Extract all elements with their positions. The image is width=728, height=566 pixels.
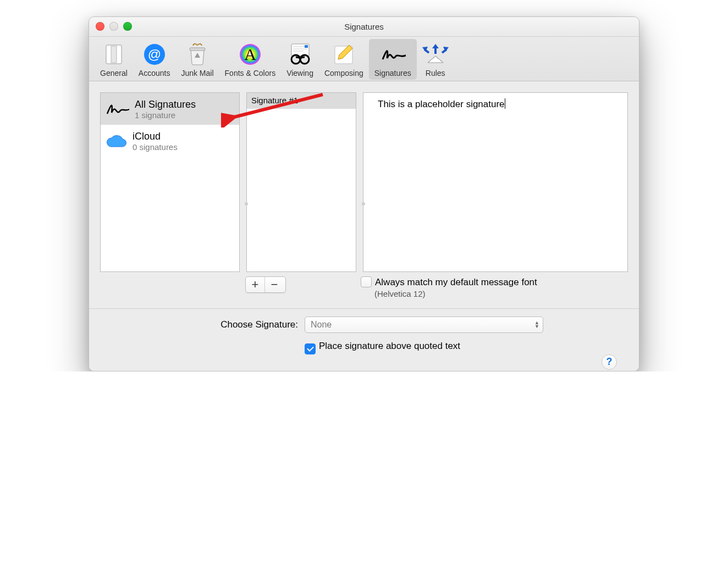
choose-signature-label: Choose Signature: [100, 319, 298, 330]
account-text: All Signatures 1 signature [135, 99, 196, 120]
junk-mail-icon [184, 42, 211, 66]
three-pane-area: All Signatures 1 signature iCloud 0 sign… [100, 92, 628, 272]
window-title: Signatures [344, 22, 384, 31]
toolbar-item-junk-mail[interactable]: Junk Mail [175, 39, 219, 80]
toolbar-label: Composing [324, 69, 363, 77]
toolbar-item-fonts-colors[interactable]: A Fonts & Colors [219, 39, 282, 80]
traffic-lights [96, 22, 132, 31]
titlebar: Signatures [89, 17, 639, 37]
footer-area: Choose Signature: None ▲▼ Place signatur… [100, 317, 628, 363]
match-font-sub: (Helvetica 12) [374, 289, 537, 298]
account-subtitle: 1 signature [135, 110, 196, 120]
account-subtitle: 0 signatures [133, 142, 178, 152]
close-window-button[interactable] [96, 22, 104, 31]
account-icloud[interactable]: iCloud 0 signatures [101, 125, 239, 157]
select-value: None [311, 320, 332, 330]
accounts-column: All Signatures 1 signature iCloud 0 sign… [100, 92, 240, 272]
signature-row[interactable]: Signature #1 [247, 93, 356, 109]
signature-editor[interactable]: This is a placeholder signature [363, 92, 628, 272]
choose-signature-select[interactable]: None ▲▼ [305, 317, 543, 333]
toolbar-label: Fonts & Colors [225, 69, 276, 77]
svg-text:A: A [244, 45, 256, 63]
content-area: All Signatures 1 signature iCloud 0 sign… [89, 81, 639, 371]
toolbar-item-general[interactable]: General [95, 39, 133, 80]
signatures-column: Signature #1 [246, 92, 356, 272]
toolbar-label: Junk Mail [181, 69, 213, 77]
viewing-icon [287, 42, 313, 66]
signatures-icon [379, 42, 406, 66]
match-font-checkbox[interactable]: Always match my default message font [361, 277, 537, 287]
editor-content: This is a placeholder signature [378, 99, 505, 109]
account-text: iCloud 0 signatures [133, 131, 178, 152]
toolbar-label: General [100, 69, 128, 77]
preferences-window: Signatures General @ Accounts Junk Mail [89, 16, 639, 371]
fonts-colors-icon: A [237, 42, 263, 66]
account-all-signatures[interactable]: All Signatures 1 signature [101, 93, 239, 125]
minimize-window-button[interactable] [109, 22, 118, 31]
composing-icon [330, 42, 357, 66]
signature-icon [105, 98, 130, 120]
place-above-checkbox[interactable]: Place signature above quoted text [305, 341, 460, 354]
chevron-up-down-icon: ▲▼ [534, 321, 539, 329]
svg-rect-1 [111, 46, 117, 63]
toolbar-item-accounts[interactable]: @ Accounts [133, 39, 176, 80]
match-font-option: Always match my default message font (He… [361, 276, 537, 298]
toolbar-label: Signatures [374, 69, 411, 77]
account-name: All Signatures [135, 99, 196, 110]
general-icon [101, 42, 127, 66]
toolbar-item-rules[interactable]: Rules [417, 39, 454, 80]
preferences-toolbar: General @ Accounts Junk Mail A Fonts & C… [89, 37, 639, 81]
toolbar-label: Viewing [286, 69, 313, 77]
toolbar-item-signatures[interactable]: Signatures [369, 39, 417, 80]
help-button[interactable]: ? [602, 354, 617, 370]
text-cursor [505, 98, 505, 109]
add-remove-buttons: + − [245, 276, 286, 293]
column-resize-handle[interactable] [362, 202, 365, 206]
toolbar-label: Rules [426, 69, 445, 77]
svg-rect-4 [190, 48, 205, 51]
zoom-window-button[interactable] [123, 22, 132, 31]
svg-text:@: @ [147, 47, 161, 62]
toolbar-item-viewing[interactable]: Viewing [281, 39, 319, 80]
toolbar-item-composing[interactable]: Composing [319, 39, 369, 80]
column-resize-handle[interactable] [245, 202, 248, 206]
svg-rect-11 [305, 45, 308, 48]
separator [89, 308, 639, 309]
under-panes-row: + − Always match my default message font… [100, 276, 628, 298]
rules-icon [422, 42, 449, 66]
add-signature-button[interactable]: + [246, 277, 264, 292]
accounts-icon: @ [141, 42, 168, 66]
icloud-icon [105, 130, 128, 152]
toolbar-label: Accounts [139, 69, 170, 77]
remove-signature-button[interactable]: − [264, 277, 284, 292]
account-name: iCloud [133, 131, 178, 142]
